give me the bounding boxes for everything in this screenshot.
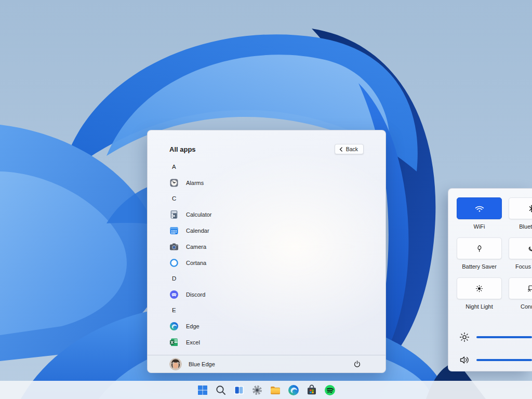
cortana-icon bbox=[169, 258, 179, 268]
camera-icon bbox=[169, 242, 179, 251]
back-button[interactable]: Back bbox=[335, 144, 364, 154]
app-label: Discord bbox=[186, 291, 205, 298]
task-view-icon bbox=[233, 384, 245, 396]
tile-label: Bluetooth bbox=[519, 223, 532, 230]
app-item-alarms[interactable]: Alarms bbox=[169, 175, 377, 191]
battery-saver-toggle[interactable] bbox=[457, 237, 502, 259]
volume-slider[interactable] bbox=[476, 359, 532, 361]
spotify-icon bbox=[324, 384, 336, 396]
page-title: All apps bbox=[169, 145, 196, 153]
back-button-label: Back bbox=[346, 146, 358, 152]
calendar-icon bbox=[169, 226, 179, 235]
app-label: Camera bbox=[186, 244, 206, 250]
excel-icon bbox=[169, 338, 179, 347]
app-label: Calculator bbox=[186, 211, 212, 218]
volume-slider-row bbox=[457, 353, 532, 367]
app-item-excel[interactable]: Excel bbox=[169, 334, 377, 346]
search-icon bbox=[215, 384, 227, 396]
bluetooth-icon bbox=[527, 204, 532, 213]
app-item-edge[interactable]: Edge bbox=[169, 318, 377, 334]
volume-icon bbox=[459, 354, 470, 366]
file-explorer-icon bbox=[269, 384, 282, 396]
tile-battery-saver: Battery Saver bbox=[457, 237, 502, 277]
search-button[interactable] bbox=[214, 383, 227, 396]
user-name: Blue Edge bbox=[189, 361, 215, 367]
start-icon bbox=[196, 384, 209, 396]
connect-icon bbox=[527, 284, 532, 292]
app-label: Excel bbox=[186, 339, 200, 345]
app-item-calendar[interactable]: Calendar bbox=[169, 222, 377, 238]
all-apps-list: A Alarms C bbox=[169, 159, 377, 346]
power-icon bbox=[353, 360, 361, 368]
tile-label: WiFi bbox=[474, 223, 485, 230]
brightness-icon bbox=[459, 331, 470, 343]
tile-night-light: Night Light bbox=[457, 277, 502, 317]
start-button[interactable] bbox=[196, 383, 209, 396]
edge-icon bbox=[169, 322, 179, 331]
tile-connect: Connect bbox=[509, 277, 532, 317]
app-item-discord[interactable]: Discord bbox=[169, 286, 377, 302]
night-light-icon bbox=[475, 284, 484, 293]
chevron-left-icon bbox=[339, 147, 343, 152]
settings-button[interactable] bbox=[250, 383, 263, 396]
file-explorer-button[interactable] bbox=[269, 383, 282, 396]
tile-label: Night Light bbox=[466, 303, 493, 310]
focus-assist-toggle[interactable] bbox=[509, 237, 532, 259]
app-item-calculator[interactable]: Calculator bbox=[169, 206, 377, 222]
tile-wifi: WiFi bbox=[457, 197, 502, 237]
app-label: Alarms bbox=[186, 180, 204, 186]
edge-icon bbox=[287, 384, 300, 396]
focus-assist-icon bbox=[527, 244, 532, 253]
tile-focus-assist: Focus assist bbox=[509, 237, 532, 277]
start-menu-all-apps-panel: All apps Back A Alarms bbox=[147, 130, 386, 373]
microsoft-store-button[interactable] bbox=[305, 383, 318, 396]
start-menu-footer: Blue Edge bbox=[148, 355, 385, 373]
app-label: Calendar bbox=[186, 228, 209, 234]
quick-settings-grid: WiFi Bluetooth Battery Saver bbox=[457, 197, 532, 317]
quick-settings-panel: WiFi Bluetooth Battery Saver bbox=[448, 188, 532, 371]
brightness-slider-row bbox=[457, 330, 532, 344]
section-letter-d[interactable]: D bbox=[169, 271, 377, 286]
microsoft-store-icon bbox=[305, 384, 318, 396]
taskbar bbox=[0, 381, 532, 399]
app-item-cortana[interactable]: Cortana bbox=[169, 255, 377, 271]
alarms-icon bbox=[169, 178, 179, 188]
edge-button[interactable] bbox=[287, 383, 300, 396]
discord-icon bbox=[169, 290, 179, 299]
tile-label: Battery Saver bbox=[462, 263, 497, 270]
section-letter-e[interactable]: E bbox=[169, 302, 377, 318]
wifi-toggle[interactable] bbox=[457, 197, 502, 219]
tile-label: Connect bbox=[521, 303, 532, 310]
tile-label: Focus assist bbox=[515, 263, 532, 270]
calculator-icon bbox=[169, 210, 179, 219]
app-label: Cortana bbox=[186, 260, 206, 266]
app-item-camera[interactable]: Camera bbox=[169, 238, 377, 255]
brightness-slider[interactable] bbox=[476, 336, 532, 338]
start-menu-header: All apps Back bbox=[169, 144, 364, 154]
tile-bluetooth: Bluetooth bbox=[509, 197, 532, 237]
spotify-button[interactable] bbox=[323, 383, 336, 396]
task-view-button[interactable] bbox=[232, 383, 245, 396]
night-light-toggle[interactable] bbox=[457, 277, 502, 299]
bluetooth-toggle[interactable] bbox=[509, 197, 532, 219]
settings-gear-icon bbox=[251, 384, 263, 396]
app-label: Edge bbox=[186, 323, 200, 329]
battery-saver-icon bbox=[475, 244, 484, 253]
user-avatar[interactable] bbox=[169, 358, 182, 370]
wifi-icon bbox=[474, 204, 485, 213]
section-letter-a[interactable]: A bbox=[169, 159, 377, 175]
connect-toggle[interactable] bbox=[509, 277, 532, 299]
desktop: All apps Back A Alarms bbox=[0, 0, 532, 399]
section-letter-c[interactable]: C bbox=[169, 191, 377, 206]
power-button[interactable] bbox=[351, 358, 363, 370]
